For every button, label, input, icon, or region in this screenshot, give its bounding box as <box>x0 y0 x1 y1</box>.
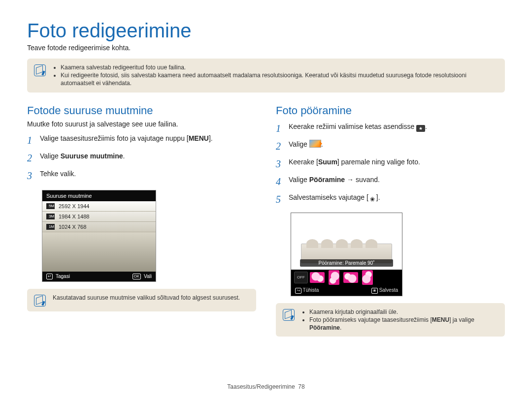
resize-option[interactable]: 3M 1984 X 1488 <box>42 212 156 222</box>
tip-item: Foto pööramiseks vajutage taasesitusreži… <box>309 316 498 332</box>
step-text: Keerake režiimi valimise ketas asendisse… <box>289 122 427 132</box>
note-icon <box>283 309 295 321</box>
step-number: 1 <box>276 122 284 135</box>
tip-box-rotate: Kaamera kirjutab originaalfaili üle. Fot… <box>276 303 505 337</box>
tip-box-top: Kaamera salvestab redigeeritud foto uue … <box>27 59 505 93</box>
step-number: 5 <box>276 193 284 206</box>
lcd-title: Suuruse muutmine <box>42 190 156 201</box>
tip-box-resize: Kasutatavad suuruse muutmise valikud sõl… <box>27 289 256 311</box>
resolution-label: 2592 X 1944 <box>59 203 89 209</box>
resize-option[interactable]: 5M 2592 X 1944 <box>42 201 156 212</box>
camera-lcd-resize: Suuruse muutmine 5M 2592 X 1944 3M 1984 … <box>42 190 156 282</box>
step-number: 3 <box>276 157 284 170</box>
step-number: 1 <box>27 134 35 147</box>
rotation-label: Pööramine: Paremale 90˚ <box>300 259 393 267</box>
tip-item: Kaamera salvestab redigeeritud foto uue … <box>61 63 498 71</box>
note-icon <box>34 295 46 307</box>
step-text: Salvestamiseks vajutage [❀]. <box>289 193 380 204</box>
cancel-button[interactable]: ↩ Tühista <box>295 287 319 294</box>
step-number: 2 <box>276 140 284 153</box>
gallery-icon <box>309 140 321 148</box>
resize-heading: Fotode suuruse muutmine <box>27 104 256 117</box>
resolution-label: 1024 X 768 <box>59 224 86 230</box>
step-text: Valige taasesitusrežiimis foto ja vajuta… <box>40 134 213 143</box>
note-icon <box>34 64 46 76</box>
rotation-off[interactable]: OFF <box>294 272 308 283</box>
tip-text: Kasutatavad suuruse muutmise valikud sõl… <box>53 294 240 302</box>
macro-icon: ❀ <box>368 195 376 203</box>
ok-button[interactable]: OKVali <box>133 274 152 279</box>
back-key-icon: ↩ <box>295 288 301 294</box>
back-button[interactable]: ↩Tagasi <box>46 274 70 279</box>
ok-key-icon: OK <box>133 274 141 279</box>
step-text: Valige Suuruse muutmine. <box>40 152 125 160</box>
step-text: Tehke valik. <box>40 169 76 178</box>
resolution-label: 1984 X 1488 <box>59 214 89 219</box>
resize-sub: Muutke foto suurust ja salvestage see uu… <box>27 120 256 128</box>
step-number: 2 <box>27 152 35 164</box>
step-text: Valige . <box>289 140 323 149</box>
resolution-icon: 1M <box>46 224 55 230</box>
back-key-icon: ↩ <box>46 274 53 279</box>
resolution-icon: 3M <box>46 214 55 219</box>
resolution-icon: 5M <box>46 203 55 209</box>
step-number: 4 <box>276 175 284 188</box>
rotation-thumb[interactable] <box>362 270 373 285</box>
page-footer: Taasesitus/Redigeerimine 78 <box>0 383 532 390</box>
rotation-strip: OFF <box>291 270 402 285</box>
rotation-thumb[interactable] <box>310 272 325 283</box>
camera-lcd-rotate: Pööramine: Paremale 90˚ OFF ↩ Tühista ❀ … <box>291 213 402 296</box>
macro-icon: ❀ <box>371 288 378 294</box>
save-button[interactable]: ❀ Salvesta <box>371 287 398 294</box>
tip-item: Kaamera kirjutab originaalfaili üle. <box>309 308 498 316</box>
page-title: Foto redigeerimine <box>27 20 505 42</box>
rotation-thumb[interactable] <box>343 272 358 283</box>
step-text: Keerake [Suum] paremale ning valige foto… <box>289 157 420 166</box>
tip-item: Kui redigeerite fotosid, siis salvestab … <box>61 71 498 87</box>
step-text: Valige Pööramine → suvand. <box>289 175 380 184</box>
rotate-heading: Foto pööramine <box>276 104 505 117</box>
rotation-thumb[interactable] <box>329 270 339 285</box>
page-lead: Teave fotode redigeerimise kohta. <box>27 44 505 52</box>
resize-option[interactable]: 1M 1024 X 768 <box>42 222 156 232</box>
mode-dial-icon: ★ <box>416 125 425 132</box>
section-rotate: Foto pööramine 1 Keerake režiimi valimis… <box>276 104 505 337</box>
step-number: 3 <box>27 169 35 182</box>
section-resize: Fotode suuruse muutmine Muutke foto suur… <box>27 104 256 337</box>
